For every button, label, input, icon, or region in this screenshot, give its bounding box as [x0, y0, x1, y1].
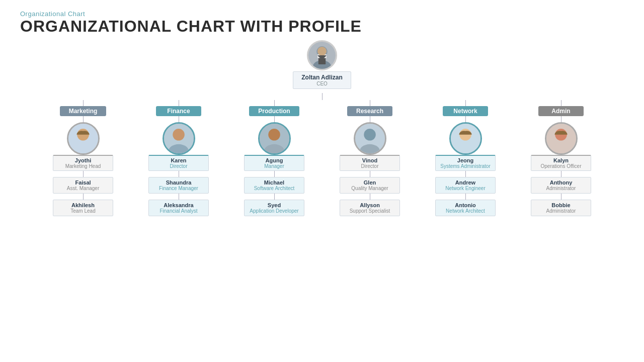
sub2-box-production: Syed Application Developer — [244, 200, 304, 216]
dept-head-role-admin: Operations Officer — [535, 163, 587, 169]
dept-top-line — [561, 100, 561, 106]
sub2-role-research: Support Specialist — [344, 208, 395, 214]
dept-head-network: Jeong Systems Administrator — [435, 122, 496, 171]
dept-head-avatar-marketing — [67, 122, 100, 155]
dept-head-name-research: Vinod — [344, 157, 395, 163]
sub1-line-research — [370, 171, 370, 177]
sub1-line-marketing — [83, 171, 84, 177]
sub1-box-marketing: Faisal Asst. Manager — [53, 177, 113, 194]
sub2-role-production: Application Developer — [249, 208, 300, 214]
sub2-box-admin: Bobbie Administrator — [531, 200, 591, 216]
sub1-line-production — [274, 171, 275, 177]
dept-head-box-admin: Kalyn Operations Officer — [531, 155, 591, 171]
ceo-name-box: Zoltan Adlizan CEO — [293, 71, 351, 89]
dept-column-network: Network Jeong Systems Administrator Andr… — [418, 100, 513, 216]
sub2-name-finance: Aleksandra — [153, 202, 204, 208]
sub2-role-marketing: Team Lead — [57, 208, 109, 214]
sub1-name-network: Andrew — [440, 179, 491, 186]
dept-head-name-marketing: Jyothi — [57, 157, 109, 163]
sub1-role-production: Software Architect — [249, 186, 300, 191]
sub1-line-network — [465, 171, 466, 177]
sub1-role-admin: Administrator — [535, 186, 587, 191]
sub1-box-network: Andrew Network Engineer — [435, 177, 496, 194]
dept-head-name-production: Agung — [249, 157, 300, 163]
sub1-line-admin — [561, 171, 561, 177]
ceo-level: Zoltan Adlizan CEO — [293, 40, 351, 89]
header: Organizational Chart ORGANIZATIONAL CHAR… — [20, 10, 624, 35]
dept-column-production: Production Agung Manager Michael Softwar… — [226, 100, 322, 216]
sub2-name-research: Allyson — [344, 202, 395, 208]
sub2-box-network: Antonio Network Architect — [435, 200, 496, 216]
sub2-role-network: Network Architect — [440, 208, 491, 214]
dept-badge-production: Production — [249, 106, 299, 116]
dept-badge-research: Research — [347, 106, 392, 116]
sub2-line-marketing — [83, 194, 84, 200]
dept-head-role-production: Manager — [249, 163, 300, 169]
sub2-line-finance — [179, 194, 179, 200]
dept-head-box-network: Jeong Systems Administrator — [435, 155, 496, 171]
sub1-role-marketing: Asst. Manager — [57, 186, 109, 191]
dept-head-box-research: Vinod Director — [340, 155, 400, 171]
sub1-role-research: Quality Manager — [344, 186, 395, 191]
ceo-avatar — [307, 40, 337, 70]
dept-column-research: Research Vinod Director Glen Quality Man… — [322, 100, 418, 216]
dept-head-production: Agung Manager — [244, 122, 304, 171]
dept-column-marketing: Marketing Jyothi Marketing Head Faisal A… — [35, 100, 131, 216]
dept-head-admin: Kalyn Operations Officer — [531, 122, 591, 171]
sub2-name-admin: Bobbie — [535, 202, 587, 208]
page: Organizational Chart ORGANIZATIONAL CHAR… — [0, 0, 644, 362]
dept-badge-line — [465, 116, 466, 122]
svg-point-18 — [269, 129, 279, 139]
sub1-box-admin: Anthony Administrator — [531, 177, 591, 194]
sub1-name-research: Glen — [344, 179, 395, 186]
dept-badge-admin: Admin — [538, 106, 584, 116]
dept-head-box-production: Agung Manager — [244, 155, 304, 171]
sub2-box-research: Allyson Support Specialist — [340, 200, 400, 216]
sub1-line-finance — [179, 171, 179, 177]
dept-badge-line — [179, 116, 179, 122]
dept-column-finance: Finance Karen Director Shaundra Finance … — [131, 100, 226, 216]
svg-point-14 — [174, 129, 184, 139]
dept-head-research: Vinod Director — [340, 122, 400, 171]
sub1-box-finance: Shaundra Finance Manager — [148, 177, 209, 194]
dept-badge-marketing: Marketing — [60, 106, 107, 116]
dept-head-role-network: Systems Administrator — [440, 163, 491, 169]
dept-head-name-finance: Karen — [153, 157, 204, 163]
sub2-role-admin: Administrator — [535, 208, 587, 214]
dept-head-box-finance: Karen Director — [148, 155, 209, 171]
dept-badge-line — [83, 116, 84, 122]
dept-head-avatar-research — [354, 122, 386, 155]
dept-head-finance: Karen Director — [148, 122, 209, 171]
dept-top-line — [465, 100, 466, 106]
dept-head-avatar-admin — [545, 122, 578, 155]
ceo-role: CEO — [301, 81, 343, 86]
dept-head-avatar-network — [449, 122, 482, 155]
dept-badge-line — [561, 116, 561, 122]
sub1-name-finance: Shaundra — [153, 179, 204, 186]
dept-head-box-marketing: Jyothi Marketing Head — [53, 155, 113, 171]
sub1-role-network: Network Engineer — [440, 186, 491, 191]
ceo-card: Zoltan Adlizan CEO — [293, 40, 351, 89]
dept-badge-line — [370, 116, 370, 122]
dept-top-line — [179, 100, 179, 106]
page-title: ORGANIZATIONAL CHART WITH PROFILE — [20, 18, 624, 35]
dept-top-line — [274, 100, 275, 106]
dept-head-avatar-production — [258, 122, 291, 155]
dept-head-marketing: Jyothi Marketing Head — [53, 122, 113, 171]
dept-head-role-research: Director — [344, 163, 395, 169]
svg-point-6 — [317, 47, 327, 56]
departments-row: Marketing Jyothi Marketing Head Faisal A… — [20, 100, 624, 216]
sub1-name-production: Michael — [249, 179, 300, 186]
dept-head-name-network: Jeong — [440, 157, 491, 163]
ceo-connector — [322, 93, 323, 100]
dept-top-line — [83, 100, 84, 106]
sub2-line-production — [274, 194, 275, 200]
sub2-line-network — [465, 194, 466, 200]
sub1-box-production: Michael Software Architect — [244, 177, 304, 194]
subtitle: Organizational Chart — [20, 10, 624, 18]
dept-badge-finance: Finance — [156, 106, 201, 116]
sub2-name-marketing: Akhilesh — [57, 202, 109, 208]
sub1-role-finance: Finance Manager — [153, 186, 204, 191]
ceo-name: Zoltan Adlizan — [301, 74, 343, 81]
dept-head-role-finance: Director — [153, 163, 204, 169]
